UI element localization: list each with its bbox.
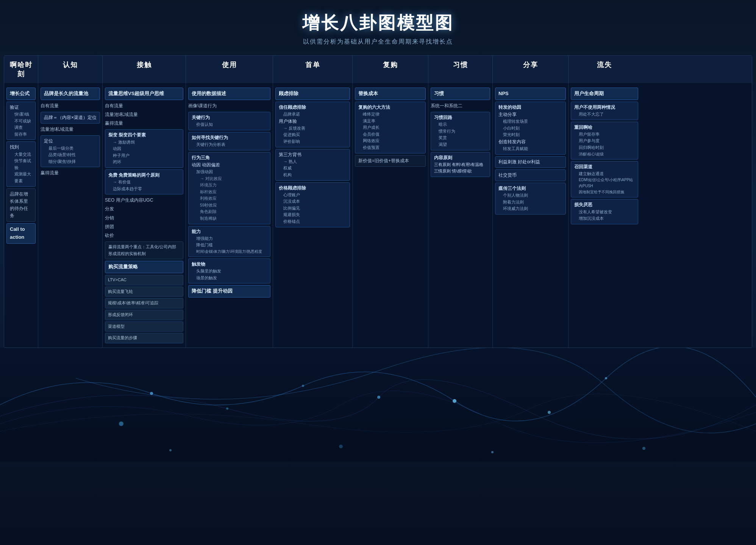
col-headers: 啊哈时刻 认知 接触 使用 首单 复购 习惯 分享 流失 bbox=[4, 56, 752, 83]
cell7-title: NPS bbox=[495, 88, 566, 100]
cell7-shejiao: 社交货币 bbox=[495, 169, 566, 181]
cell-shoudan: 顾虑排除 信任顾虑排除 品牌承诺 用户体验 → 反馈改善 促进购买 评价影响 第… bbox=[273, 83, 353, 348]
cell-jiechu: 流量思维VS超级用户思维 自有流量 流量池\私域流量 赢得流量 裂变 裂变四个要… bbox=[103, 83, 186, 348]
cell4-title: 顾虑排除 bbox=[275, 88, 350, 100]
cell2-seo: SEO 用户生成内容UGC bbox=[105, 196, 183, 205]
cell0-item2: 找到 大量交流 快节奏试验 观测最大要素 bbox=[6, 141, 36, 186]
cell7-zhuanfa: 转发的动因 主动分享 梳理转发场景 小白时刻 荣光时刻 创造转发内容 转发工具赋… bbox=[495, 102, 566, 155]
cell3-chufawu: 触发物 头脑里的触发 场景的触发 bbox=[188, 258, 270, 283]
cell5-title: 替换成本 bbox=[355, 88, 426, 100]
svg-point-3 bbox=[605, 377, 607, 379]
cell7-liyi: 利益刺激 好处or利益 bbox=[495, 156, 566, 168]
cell3-s1: 画像\课道行为 bbox=[188, 102, 270, 110]
bottom-area bbox=[0, 348, 756, 462]
svg-point-0 bbox=[150, 392, 153, 395]
col-header-7: 分享 bbox=[493, 56, 569, 83]
cell0-item4: Call to action bbox=[6, 223, 36, 244]
cell0-item1: 验证 快\案\钱 不可或缺调查 留存率 bbox=[6, 102, 36, 140]
cell2-fenfa: 分发 bbox=[105, 205, 183, 213]
cell3-guanjian: 关键行为 价值认知 bbox=[188, 112, 270, 130]
header: 增长八卦图模型图 以供需分析为基础从用户全生命周期来寻找增长点 bbox=[0, 0, 756, 52]
col-header-1: 认知 bbox=[38, 56, 103, 83]
cell2-mianfei: 免费 免费策略的两个原则 → 有价值 边际成本趋于零 bbox=[105, 169, 183, 194]
cell0-item3: 品牌在增长体系里的待办任务 bbox=[6, 188, 36, 222]
cell8-zhaohui: 召回渠道 建立触达通道 EDM\短信\公众号\小程序\APP站内PUSH 因地制… bbox=[571, 161, 638, 198]
cell3-jiangdi: 降低门槛 提升动因 bbox=[188, 285, 270, 298]
cell-fenxiang: NPS 转发的动因 主动分享 梳理转发场景 小白时刻 荣光时刻 创造转发内容 转… bbox=[493, 83, 569, 348]
svg-point-7 bbox=[548, 411, 551, 414]
cell3-nengli: 能力 增强能力 降低门槛 时间\金钱\体力\脑力\环境阻力\熟悉程度 bbox=[188, 226, 270, 257]
cell2-feiyun: 购买流量飞轮 bbox=[105, 287, 183, 297]
cell6-s1: 系统一和系统二 bbox=[431, 102, 490, 110]
cell2-goumaibz: 购买流量的步骤 bbox=[105, 333, 183, 343]
cell-aha: 增长公式 验证 快\案\钱 不可或缺调查 留存率 找到 大量交流 快节奏试验 观… bbox=[4, 83, 38, 348]
cell4-xinren: 信任顾虑排除 品牌承诺 用户体验 → 反馈改善 促进购买 评价影响 bbox=[275, 102, 350, 147]
cell1-s2: 流量池\私域流量 bbox=[41, 125, 100, 134]
cell2-qudao: 渠道模型 bbox=[105, 321, 183, 332]
main-title: 增长八卦图模型图 bbox=[0, 11, 756, 35]
cell3-ruhezhaodao: 如何寻找关键行为 关键行为分析表 bbox=[188, 132, 270, 150]
cell6-title: 习惯 bbox=[431, 88, 490, 100]
col-header-3: 使用 bbox=[186, 56, 273, 83]
col-header-0: 啊哈时刻 bbox=[4, 56, 38, 83]
col-header-2: 接触 bbox=[103, 56, 186, 83]
cell3-xingwei: 行为三角 动因 动因偏差 加强动因 → 对比效应 环境压力 标杆效应 利格效应 … bbox=[188, 152, 270, 224]
cell-xiguan: 习惯 系统一和系统二 习惯回路 暗示 惯常行为 奖赏 渴望 内容原则 三有原则 … bbox=[428, 83, 493, 348]
cell2-title: 流量思维VS超级用户思维 bbox=[105, 88, 183, 100]
svg-point-1 bbox=[302, 385, 304, 387]
cell2-fenxiao: 分销 bbox=[105, 214, 183, 222]
cell2-kanjia: 砍价 bbox=[105, 231, 183, 240]
cell1-title: 品牌是长久的流量池 bbox=[41, 88, 100, 100]
cell2-goumai-title: 购买流量策略 bbox=[105, 261, 183, 273]
col-header-4: 首单 bbox=[273, 56, 353, 83]
cell8-liangzhong: 用户不使用两种情况 用处不大忘了 bbox=[571, 102, 638, 120]
cell2-s1: 自有流量 bbox=[105, 102, 183, 110]
cell4-jiage: 价格顾虑排除 心理账户 沉没成本 比例偏见 规避损失 价格锚点 bbox=[275, 182, 350, 227]
cell0-item0: 增长公式 bbox=[6, 88, 36, 100]
page-wrapper: 增长八卦图模型图 以供需分析为基础从用户全生命周期来寻找增长点 啊哈时刻 认知 … bbox=[0, 0, 756, 545]
svg-point-5 bbox=[377, 396, 380, 399]
svg-point-10 bbox=[491, 451, 494, 453]
cell8-title: 用户生命周期 bbox=[571, 88, 638, 100]
cell-liushi: 用户生命周期 用户不使用两种情况 用处不大忘了 重回啊哈 用户留存率 用户参与度… bbox=[569, 83, 640, 348]
cell1-formula: 品牌＝（内容×渠道）定位 bbox=[41, 112, 100, 124]
svg-point-6 bbox=[119, 421, 123, 426]
wave-decoration bbox=[0, 348, 756, 462]
cell1-s3: 赢得流量 bbox=[41, 169, 100, 177]
svg-point-9 bbox=[339, 445, 343, 448]
cell5-formula: 新价值=旧价值+替换成本 bbox=[355, 155, 426, 167]
cell2-ltv: LTV>CAC bbox=[105, 275, 183, 285]
cell2-s3: 赢得流量 bbox=[105, 119, 183, 128]
cell2-libian: 裂变 裂变四个要素 → 激励诱饵 动因 种子用户 闭环 bbox=[105, 129, 183, 168]
cell4-disanfang: 第三方背书 → 熟人 权威 机构 bbox=[275, 149, 350, 181]
cell2-guimo: 规模\成本\效率\精准\可追踪 bbox=[105, 298, 183, 309]
col-header-5: 复购 bbox=[353, 56, 428, 83]
cell-shiyong: 使用的数据描述 画像\课道行为 关键行为 价值认知 如何寻找关键行为 关键行为分… bbox=[186, 83, 273, 348]
cell-fugou: 替换成本 复购的六大方法 峰终定律 满足率 用户成长 会员价值 网络效应 价值预… bbox=[353, 83, 428, 348]
cell2-fankui: 形成反馈闭环 bbox=[105, 310, 183, 320]
cell7-wenchuan: 瘟传三个法则 个别人物法则 附着力法则 环境威力法则 bbox=[495, 183, 566, 215]
sub-title: 以供需分析为基础从用户全生命周期来寻找增长点 bbox=[0, 38, 756, 46]
cell2-note: 赢得流量两个重点：工具化/公司内部形成流程的实验机制 bbox=[105, 241, 183, 259]
svg-point-2 bbox=[453, 399, 456, 403]
col-header-6: 习惯 bbox=[428, 56, 493, 83]
cell8-sunshi: 损失厌恶 没有人希望被改变 增加沉没成本 bbox=[571, 199, 638, 224]
svg-point-4 bbox=[226, 407, 228, 410]
cell2-s2: 流量池\私域流量 bbox=[105, 110, 183, 119]
content-row: 增长公式 验证 快\案\钱 不可或缺调查 留存率 找到 大量交流 快节奏试验 观… bbox=[4, 83, 752, 348]
col-header-8: 流失 bbox=[569, 56, 640, 83]
cell5-liuda: 复购的六大方法 峰终定律 满足率 用户成长 会员价值 网络效应 价值预置 bbox=[355, 102, 426, 153]
cell1-s1: 自有流量 bbox=[41, 102, 100, 110]
svg-point-8 bbox=[169, 449, 172, 451]
cell1-dingwei: 定位 最后一级分类 品类\场景\特性 细分\聚焦\抉择 bbox=[41, 135, 100, 167]
cell3-title: 使用的数据描述 bbox=[188, 88, 270, 100]
cell6-huilu: 习惯回路 暗示 惯常行为 奖赏 渴望 bbox=[431, 112, 490, 150]
svg-point-11 bbox=[642, 447, 645, 450]
cell6-neirong: 内容原则 三有原则 有料\有用\有温格 三情原则 情\感\情\欲 bbox=[431, 152, 490, 177]
cell8-chonghuiaha: 重回啊哈 用户留存率 用户参与度 回归啊哈时刻 消极\核心\超级 bbox=[571, 122, 638, 160]
cell2-pintuan: 拼团 bbox=[105, 222, 183, 231]
cell-renzhi: 品牌是长久的流量池 自有流量 品牌＝（内容×渠道）定位 流量池\私域流量 定位 … bbox=[38, 83, 103, 348]
main-grid: 啊哈时刻 认知 接触 使用 首单 复购 习惯 分享 流失 增长公式 验证 快\案… bbox=[4, 55, 752, 348]
